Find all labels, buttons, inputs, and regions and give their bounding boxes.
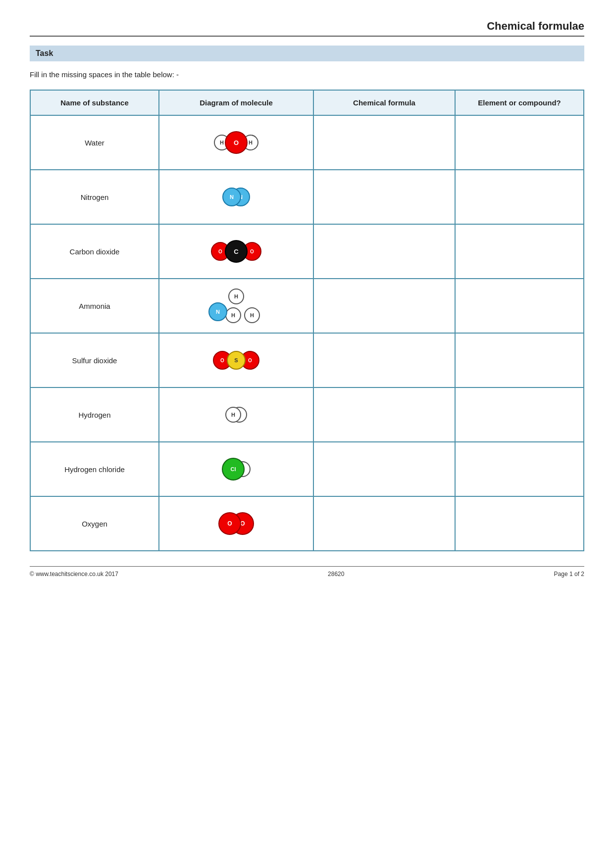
footer-code: 28620	[328, 571, 344, 578]
element-compound-hydrogen[interactable]	[455, 387, 584, 442]
element-compound-ammonia[interactable]	[455, 279, 584, 333]
substance-name: Ammonia	[30, 279, 159, 333]
substance-name: Nitrogen	[30, 170, 159, 224]
element-compound-water[interactable]	[455, 115, 584, 170]
table-row: Nitrogen N N	[30, 170, 584, 224]
atom-H-right: H	[244, 307, 260, 323]
chemical-formula-hydrogen[interactable]	[313, 387, 455, 442]
table-row: Hydrogen chloride Cl H	[30, 442, 584, 496]
substance-name: Hydrogen	[30, 387, 159, 442]
molecule-diagram-ammonia: H N H H	[159, 279, 313, 333]
substance-name: Sulfur dioxide	[30, 333, 159, 387]
molecule-diagram-sulfur-dioxide: O S O	[159, 333, 313, 387]
atom-O: O	[225, 131, 248, 154]
element-compound-carbon-dioxide[interactable]	[455, 224, 584, 279]
element-compound-oxygen[interactable]	[455, 496, 584, 551]
chemical-formulae-table: Name of substance Diagram of molecule Ch…	[30, 90, 584, 551]
table-row: Hydrogen H H	[30, 387, 584, 442]
chemical-formula-sulfur-dioxide[interactable]	[313, 333, 455, 387]
molecule-diagram-hydrogen: H H	[159, 387, 313, 442]
element-compound-hydrogen-chloride[interactable]	[455, 442, 584, 496]
atom-N: N	[222, 188, 241, 206]
table-row: Ammonia H N H H	[30, 279, 584, 333]
molecule-diagram-oxygen: O O	[159, 496, 313, 551]
footer-page: Page 1 of 2	[554, 571, 584, 578]
atom-S: S	[227, 351, 246, 370]
header-element: Element or compound?	[455, 90, 584, 115]
molecule-diagram-nitrogen: N N	[159, 170, 313, 224]
substance-name: Water	[30, 115, 159, 170]
atom-H: H	[225, 407, 241, 423]
substance-name: Hydrogen chloride	[30, 442, 159, 496]
header-diagram: Diagram of molecule	[159, 90, 313, 115]
page-title: Chemical formulae	[30, 20, 584, 37]
atom-O: O	[218, 512, 241, 535]
page-footer: © www.teachitscience.co.uk 2017 28620 Pa…	[30, 566, 584, 578]
header-name: Name of substance	[30, 90, 159, 115]
molecule-diagram-carbon-dioxide: O C O	[159, 224, 313, 279]
table-row: Carbon dioxide O C O	[30, 224, 584, 279]
element-compound-sulfur-dioxide[interactable]	[455, 333, 584, 387]
chemical-formula-oxygen[interactable]	[313, 496, 455, 551]
atom-H-top: H	[228, 289, 244, 304]
atom-Cl: Cl	[222, 458, 245, 481]
table-row: Oxygen O O	[30, 496, 584, 551]
instruction: Fill in the missing spaces in the table …	[30, 70, 584, 79]
element-compound-nitrogen[interactable]	[455, 170, 584, 224]
chemical-formula-hydrogen-chloride[interactable]	[313, 442, 455, 496]
molecule-diagram-hydrogen-chloride: Cl H	[159, 442, 313, 496]
table-row: Sulfur dioxide O S O	[30, 333, 584, 387]
header-formula: Chemical formula	[313, 90, 455, 115]
molecule-diagram-water: H O H	[159, 115, 313, 170]
chemical-formula-ammonia[interactable]	[313, 279, 455, 333]
task-header: Task	[30, 46, 584, 61]
chemical-formula-water[interactable]	[313, 115, 455, 170]
table-row: Water H O H	[30, 115, 584, 170]
substance-name: Carbon dioxide	[30, 224, 159, 279]
chemical-formula-carbon-dioxide[interactable]	[313, 224, 455, 279]
atom-H-left: H	[225, 307, 241, 323]
footer-copyright: © www.teachitscience.co.uk 2017	[30, 571, 118, 578]
atom-C: C	[225, 240, 248, 263]
atom-N: N	[208, 302, 227, 321]
substance-name: Oxygen	[30, 496, 159, 551]
chemical-formula-nitrogen[interactable]	[313, 170, 455, 224]
